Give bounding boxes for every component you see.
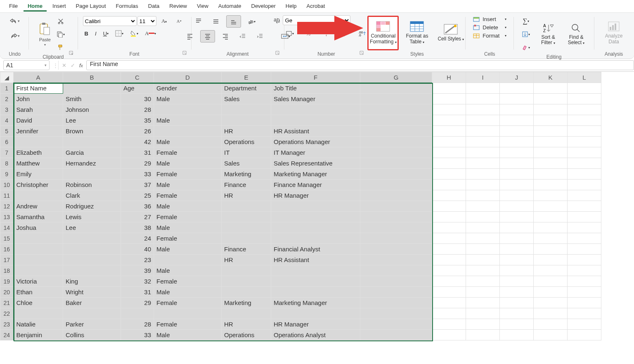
tab-view[interactable]: View	[193, 1, 213, 12]
cell[interactable]	[500, 169, 534, 180]
cell[interactable]	[271, 115, 360, 126]
cell[interactable]: Marketing	[222, 298, 271, 308]
align-middle-button[interactable]	[209, 16, 223, 27]
font-size-select[interactable]: 11	[137, 16, 156, 26]
column-header[interactable]: A	[14, 72, 63, 83]
cell[interactable]: Samantha	[14, 212, 63, 222]
cell[interactable]: Operations Manager	[271, 137, 360, 147]
grow-font-button[interactable]: A▴	[157, 15, 171, 27]
cell[interactable]	[568, 287, 601, 298]
cell[interactable]	[432, 212, 466, 222]
fx-icon[interactable]: fx	[79, 62, 83, 69]
fill-button[interactable]: ▾	[519, 28, 533, 40]
cell[interactable]: 29	[121, 298, 154, 308]
cell[interactable]	[534, 147, 568, 158]
cell[interactable]	[534, 83, 568, 94]
cell[interactable]	[534, 298, 568, 308]
cell[interactable]: 33	[121, 330, 154, 340]
cell[interactable]	[222, 287, 271, 298]
cell[interactable]	[534, 255, 568, 265]
cell[interactable]	[568, 126, 601, 137]
cell[interactable]	[466, 308, 500, 319]
cell[interactable]	[271, 233, 360, 244]
cell[interactable]	[432, 83, 466, 94]
cell[interactable]	[432, 233, 466, 244]
cell[interactable]	[466, 265, 500, 276]
cell[interactable]: 29	[121, 158, 154, 169]
cell[interactable]: IT Manager	[271, 147, 360, 158]
cell[interactable]	[500, 308, 534, 319]
cell[interactable]	[432, 308, 466, 319]
cell[interactable]	[360, 158, 432, 169]
cell[interactable]: Ethan	[14, 287, 63, 298]
cell[interactable]: Female	[154, 298, 222, 308]
row-header[interactable]: 24	[0, 330, 14, 340]
cell[interactable]: Lee	[63, 115, 121, 126]
italic-button[interactable]: I	[93, 30, 98, 38]
cell[interactable]	[271, 222, 360, 233]
row-header[interactable]: 1	[0, 83, 14, 94]
column-header[interactable]: G	[360, 72, 432, 83]
cell[interactable]	[534, 190, 568, 201]
cell[interactable]: 31	[121, 287, 154, 298]
row-header[interactable]: 3	[0, 104, 14, 115]
cell[interactable]: Lee	[63, 222, 121, 233]
cell[interactable]	[432, 244, 466, 255]
cell[interactable]	[222, 308, 271, 319]
cell[interactable]	[360, 287, 432, 298]
cell[interactable]: 30	[121, 94, 154, 104]
cell[interactable]	[568, 212, 601, 222]
cell[interactable]	[432, 94, 466, 104]
cell[interactable]	[154, 104, 222, 115]
cell[interactable]	[271, 212, 360, 222]
cell[interactable]	[466, 287, 500, 298]
align-left-button[interactable]	[183, 31, 197, 42]
cell[interactable]: Marketing	[222, 169, 271, 180]
redo-button[interactable]: ▾	[8, 30, 22, 42]
cell[interactable]	[360, 308, 432, 319]
cell[interactable]	[500, 276, 534, 287]
row-header[interactable]: 7	[0, 147, 14, 158]
name-box[interactable]: A1 ▾	[3, 60, 50, 70]
bold-button[interactable]: B	[83, 30, 90, 38]
find-select-button[interactable]: Find & Select ▾	[563, 17, 589, 52]
cell[interactable]	[432, 222, 466, 233]
percent-button[interactable]: %	[301, 28, 315, 39]
cell[interactable]: Female	[154, 169, 222, 180]
cell[interactable]: Christopher	[14, 180, 63, 190]
cell[interactable]	[121, 308, 154, 319]
cell[interactable]	[432, 287, 466, 298]
cell[interactable]	[432, 115, 466, 126]
row-header[interactable]: 22	[0, 308, 14, 319]
cell[interactable]	[466, 94, 500, 104]
cell[interactable]	[466, 147, 500, 158]
cell[interactable]: HR Assistant	[271, 255, 360, 265]
cell[interactable]	[63, 233, 121, 244]
cell[interactable]: Sales	[222, 158, 271, 169]
cell[interactable]	[500, 104, 534, 115]
cell[interactable]	[534, 222, 568, 233]
delete-cells-button[interactable]: Delete▾	[471, 24, 508, 31]
cell[interactable]	[568, 244, 601, 255]
tab-page-layout[interactable]: Page Layout	[72, 1, 110, 12]
cell[interactable]	[222, 233, 271, 244]
cell[interactable]	[500, 319, 534, 330]
cell[interactable]	[14, 308, 63, 319]
cell[interactable]	[271, 265, 360, 276]
cell[interactable]: Gender	[154, 83, 222, 94]
cell[interactable]: Male	[154, 287, 222, 298]
cell[interactable]: David	[14, 115, 63, 126]
dialog-launcher-icon[interactable]	[182, 50, 187, 55]
cell[interactable]	[568, 147, 601, 158]
cell[interactable]	[500, 137, 534, 147]
cell[interactable]	[500, 298, 534, 308]
cell[interactable]	[466, 83, 500, 94]
cell[interactable]: Age	[121, 83, 154, 94]
cell[interactable]	[534, 276, 568, 287]
cell[interactable]: HR	[222, 190, 271, 201]
cell[interactable]: 42	[121, 137, 154, 147]
cell[interactable]	[534, 265, 568, 276]
cell[interactable]: 28	[121, 319, 154, 330]
cell[interactable]	[500, 83, 534, 94]
cell[interactable]	[500, 287, 534, 298]
